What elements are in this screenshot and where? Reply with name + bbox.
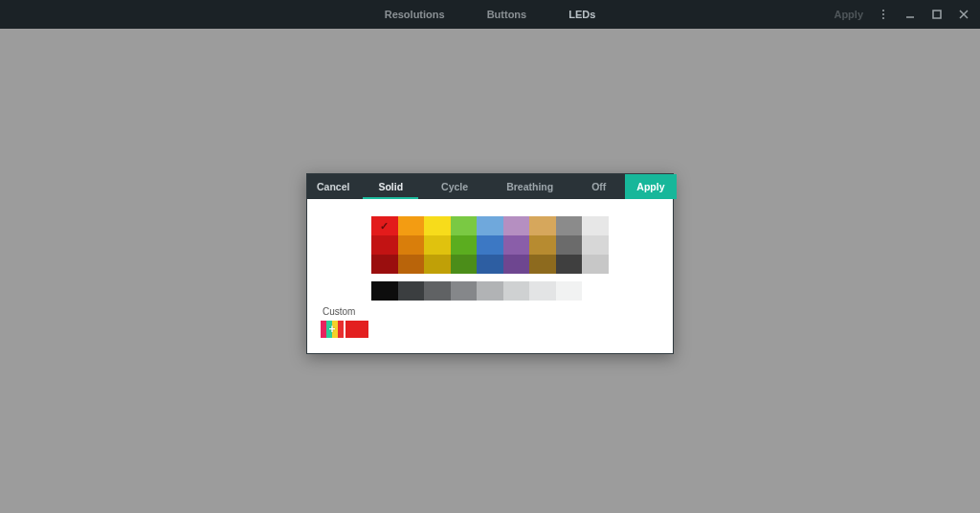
color-swatch[interactable] — [451, 235, 478, 255]
tab-breathing[interactable]: Breathing — [487, 174, 572, 199]
tab-cycle[interactable]: Cycle — [422, 174, 487, 199]
color-swatch[interactable] — [503, 216, 530, 235]
color-swatch[interactable] — [398, 255, 425, 274]
color-swatch[interactable] — [398, 281, 425, 301]
color-swatch[interactable] — [451, 216, 478, 235]
color-swatch[interactable] — [477, 216, 503, 235]
color-swatch[interactable] — [529, 255, 556, 274]
minimize-icon[interactable] — [903, 8, 917, 21]
tab-off[interactable]: Off — [572, 174, 625, 199]
header-right: Apply — [834, 0, 980, 29]
color-swatch[interactable] — [371, 281, 398, 301]
cancel-button[interactable]: Cancel — [307, 174, 359, 199]
color-swatch[interactable] — [424, 281, 451, 301]
color-swatch[interactable] — [503, 281, 530, 301]
color-swatch[interactable] — [424, 235, 451, 255]
color-swatch[interactable] — [556, 255, 583, 274]
color-swatch[interactable] — [503, 255, 530, 274]
color-swatch[interactable] — [424, 255, 451, 274]
plus-icon: + — [321, 321, 344, 338]
color-swatch[interactable] — [477, 281, 503, 301]
app-header: Resolutions Buttons LEDs Apply — [0, 0, 980, 29]
color-swatch[interactable] — [503, 235, 530, 255]
color-swatch[interactable] — [582, 216, 609, 235]
color-swatch[interactable] — [451, 281, 478, 301]
custom-color-swatch[interactable] — [345, 321, 368, 338]
color-palette — [371, 216, 609, 301]
palette-row-neutral — [371, 281, 609, 301]
color-swatch[interactable] — [556, 281, 583, 301]
color-swatch[interactable] — [582, 235, 609, 255]
kebab-menu-icon[interactable] — [877, 8, 890, 21]
color-swatch[interactable] — [477, 235, 503, 255]
apply-button[interactable]: Apply — [625, 174, 676, 199]
dialog-body: Custom + — [307, 199, 673, 353]
color-swatch[interactable] — [477, 255, 503, 274]
maximize-icon[interactable] — [930, 8, 944, 21]
color-swatch[interactable] — [529, 281, 556, 301]
color-swatch[interactable] — [582, 281, 609, 301]
led-color-dialog: Cancel Solid Cycle Breathing Off Apply — [306, 173, 674, 354]
custom-label: Custom — [323, 306, 659, 317]
color-swatch[interactable] — [529, 216, 556, 235]
color-swatch[interactable] — [371, 235, 398, 255]
palette-row — [371, 235, 609, 255]
color-swatch[interactable] — [582, 255, 609, 274]
color-swatch[interactable] — [398, 216, 425, 235]
tab-solid[interactable]: Solid — [359, 174, 422, 199]
dialog-header: Cancel Solid Cycle Breathing Off Apply — [307, 174, 673, 199]
color-swatch[interactable] — [371, 216, 398, 235]
color-swatch[interactable] — [451, 255, 478, 274]
color-swatch[interactable] — [424, 216, 451, 235]
color-swatch[interactable] — [556, 235, 583, 255]
custom-row: + — [321, 321, 659, 338]
palette-row — [371, 216, 609, 235]
dialog-tabs: Solid Cycle Breathing Off — [359, 174, 625, 199]
close-icon[interactable] — [957, 8, 970, 21]
color-swatch[interactable] — [398, 235, 425, 255]
color-swatch[interactable] — [529, 235, 556, 255]
color-swatch[interactable] — [371, 255, 398, 274]
apply-top-label: Apply — [834, 9, 863, 20]
add-custom-color-button[interactable]: + — [321, 321, 344, 338]
color-swatch[interactable] — [556, 216, 583, 235]
palette-row — [371, 255, 609, 274]
svg-rect-1 — [933, 11, 941, 18]
